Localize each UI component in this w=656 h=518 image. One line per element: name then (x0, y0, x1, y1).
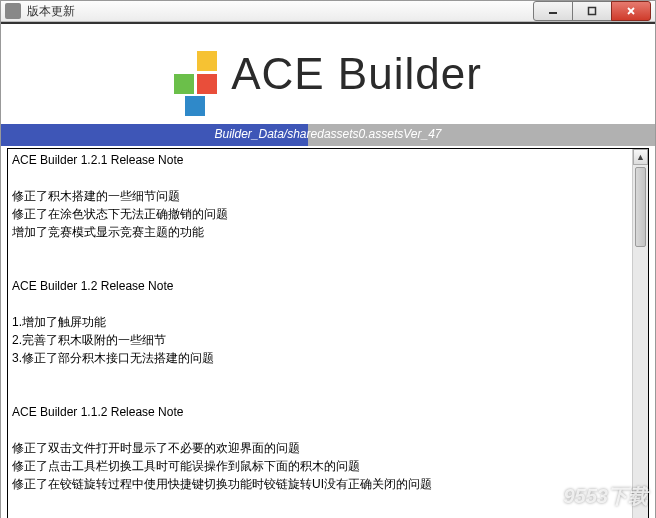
app-icon (5, 3, 21, 19)
app-window: 版本更新 ACE Builder (0, 0, 656, 518)
release-notes-panel: ACE Builder 1.2.1 Release Note 修正了积木搭建的一… (7, 148, 649, 518)
progress-bar: Builder_Data/sharedassets0.assetsVer_47 (1, 124, 655, 146)
logo-area: ACE Builder (1, 24, 655, 124)
section-heading: ACE Builder 1.2.1 Release Note (12, 151, 628, 169)
content-area: ACE Builder Builder_Data/sharedassets0.a… (1, 22, 655, 518)
release-notes-text: ACE Builder 1.2.1 Release Note 修正了积木搭建的一… (8, 149, 632, 518)
progress-fill (1, 124, 308, 146)
minimize-button[interactable] (533, 1, 573, 21)
titlebar[interactable]: 版本更新 (1, 1, 655, 22)
note-line: 2.完善了积木吸附的一些细节 (12, 331, 628, 349)
scrollbar[interactable]: ▲ ▼ (632, 149, 648, 518)
note-line: 修正了在涂色状态下无法正确撤销的问题 (12, 205, 628, 223)
logo-text: ACE Builder (231, 49, 482, 99)
note-line: 修正了点击工具栏切换工具时可能误操作到鼠标下面的积木的问题 (12, 457, 628, 475)
section-heading: ACE Builder 1.2 Release Note (12, 277, 628, 295)
window-controls (534, 1, 651, 21)
note-line: 3.修正了部分积木接口无法搭建的问题 (12, 349, 628, 367)
logo-icon (174, 51, 217, 94)
note-line: 修正了双击文件打开时显示了不必要的欢迎界面的问题 (12, 439, 628, 457)
note-line: 1.增加了触屏功能 (12, 313, 628, 331)
window-title: 版本更新 (27, 3, 534, 20)
svg-rect-1 (589, 8, 596, 15)
note-line: 修正了在铰链旋转过程中使用快捷键切换功能时铰链旋转UI没有正确关闭的问题 (12, 475, 628, 493)
scroll-up-button[interactable]: ▲ (633, 149, 648, 165)
section-heading: ACE Builder 1.1.2 Release Note (12, 403, 628, 421)
note-line: 修正了积木搭建的一些细节问题 (12, 187, 628, 205)
maximize-button[interactable] (572, 1, 612, 21)
close-button[interactable] (611, 1, 651, 21)
scroll-thumb[interactable] (635, 167, 646, 247)
note-line: 增加了竞赛模式显示竞赛主题的功能 (12, 223, 628, 241)
